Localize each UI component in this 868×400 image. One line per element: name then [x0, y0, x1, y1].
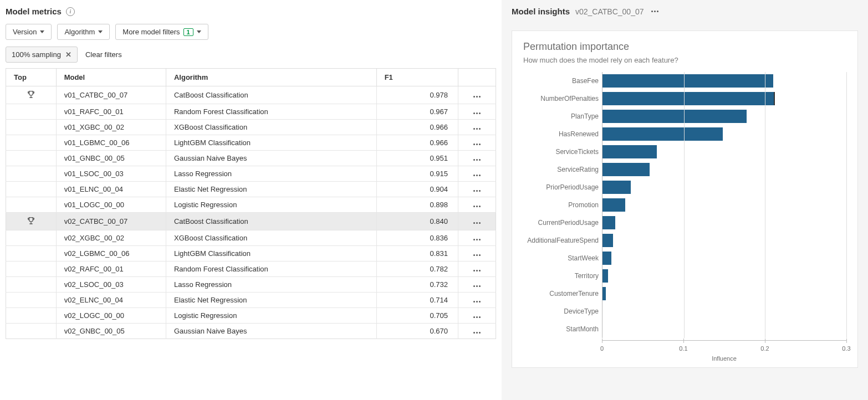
algorithm-cell: Gaussian Naive Bayes: [166, 151, 376, 166]
row-actions-button[interactable]: [473, 301, 481, 302]
row-actions-button[interactable]: [473, 206, 481, 207]
active-filters-row: 100% sampling ✕ Clear filters: [6, 47, 496, 63]
chart-bar-row: [603, 267, 846, 285]
row-actions-button[interactable]: [473, 239, 481, 240]
table-row[interactable]: v01_ELNC_00_04Elastic Net Regression0.90…: [6, 182, 496, 197]
chart-category-label: BaseFee: [523, 72, 602, 90]
chart-category-label: ServiceTickets: [523, 143, 602, 161]
model-name-cell: v02_LGBMC_00_06: [56, 246, 166, 261]
row-actions-button[interactable]: [473, 270, 481, 271]
trophy-cell: [6, 197, 57, 213]
chart-category-label: ServiceRating: [523, 161, 602, 178]
col-header-top[interactable]: Top: [6, 69, 57, 86]
table-row[interactable]: v01_LOGC_00_00Logistic Regression0.898: [6, 197, 496, 213]
table-row[interactable]: v02_RAFC_00_01Random Forest Classificati…: [6, 261, 496, 277]
algorithm-filter-button[interactable]: Algorithm: [57, 24, 110, 40]
model-name-cell: v01_CATBC_00_07: [56, 86, 166, 104]
f1-cell: 0.951: [376, 151, 458, 166]
row-actions-button[interactable]: [473, 222, 481, 224]
table-row[interactable]: v02_LGBMC_00_06LightGBM Classification0.…: [6, 246, 496, 261]
table-row[interactable]: v01_GNBC_00_05Gaussian Naive Bayes0.951: [6, 151, 496, 166]
col-header-model[interactable]: Model: [56, 69, 166, 86]
chart-bar-row: [603, 232, 846, 249]
table-row[interactable]: v02_ELNC_00_04Elastic Net Regression0.71…: [6, 293, 496, 308]
row-actions-button[interactable]: [473, 175, 481, 176]
model-name-cell: v01_LGBMC_00_06: [56, 135, 166, 151]
chart-bar[interactable]: [603, 234, 613, 247]
info-icon[interactable]: i: [66, 7, 75, 16]
table-row[interactable]: v01_XGBC_00_02XGBoost Classification0.96…: [6, 120, 496, 135]
row-actions-button[interactable]: [473, 159, 481, 161]
table-row[interactable]: v02_GNBC_00_05Gaussian Naive Bayes0.670: [6, 324, 496, 339]
f1-cell: 0.705: [376, 308, 458, 324]
row-actions-button[interactable]: [473, 112, 481, 114]
table-row[interactable]: v02_CATBC_00_07CatBoost Classification0.…: [6, 213, 496, 230]
col-header-algorithm[interactable]: Algorithm: [166, 69, 376, 86]
chart-x-axis: Influence 00.10.20.3: [602, 340, 846, 362]
table-row[interactable]: v02_XGBC_00_02XGBoost Classification0.83…: [6, 230, 496, 246]
chart-bar[interactable]: [603, 110, 747, 123]
table-row[interactable]: v01_RAFC_00_01Random Forest Classificati…: [6, 104, 496, 120]
col-header-f1[interactable]: F1: [376, 69, 458, 86]
trophy-cell: [6, 324, 57, 339]
algorithm-cell: CatBoost Classification: [166, 86, 376, 104]
chart-bar-row: [603, 214, 846, 232]
chart-bar[interactable]: [603, 287, 606, 300]
chart-tick-label: 0.3: [842, 345, 850, 352]
table-row[interactable]: v02_LSOC_00_03Lasso Regression0.732: [6, 277, 496, 293]
table-row[interactable]: v02_LOGC_00_00Logistic Regression0.705: [6, 308, 496, 324]
close-icon[interactable]: ✕: [65, 50, 72, 59]
row-actions-button[interactable]: [473, 332, 481, 334]
f1-cell: 0.836: [376, 230, 458, 246]
chip-label: 100% sampling: [12, 50, 61, 59]
trophy-icon: [27, 90, 35, 100]
row-actions-button[interactable]: [473, 285, 481, 287]
row-actions-button[interactable]: [473, 128, 481, 130]
chevron-down-icon: [98, 30, 103, 33]
table-row[interactable]: v01_LSOC_00_03Lasso Regression0.915: [6, 166, 496, 182]
chart-bar[interactable]: [603, 92, 775, 105]
chart-bar[interactable]: [603, 163, 650, 176]
chart-bar[interactable]: [603, 252, 611, 265]
table-row[interactable]: v01_LGBMC_00_06LightGBM Classification0.…: [6, 135, 496, 151]
row-actions-button[interactable]: [473, 96, 481, 98]
chart-bar[interactable]: [603, 198, 625, 212]
row-actions-button[interactable]: [473, 190, 481, 192]
chart-bar-row: [603, 178, 846, 196]
algorithm-cell: Random Forest Classification: [166, 261, 376, 277]
chart-bar-row: [603, 249, 846, 267]
chart-bar[interactable]: [603, 269, 608, 283]
chart-bar[interactable]: [603, 181, 631, 194]
model-name-cell: v01_GNBC_00_05: [56, 151, 166, 166]
f1-cell: 0.714: [376, 293, 458, 308]
insights-more-button[interactable]: [651, 11, 658, 12]
chart-category-label: Territory: [523, 267, 602, 285]
algorithm-cell: Elastic Net Regression: [166, 293, 376, 308]
chart-bar[interactable]: [603, 127, 723, 141]
clear-filters-link[interactable]: Clear filters: [85, 50, 122, 59]
trophy-cell: [6, 308, 57, 324]
metrics-title: Model metrics: [6, 7, 62, 16]
more-filters-button[interactable]: More model filters 1: [115, 24, 208, 40]
row-actions-button[interactable]: [473, 316, 481, 318]
version-filter-label: Version: [13, 28, 37, 36]
row-actions-button[interactable]: [473, 254, 481, 256]
chart-bar-row: [603, 125, 846, 143]
trophy-cell: [6, 293, 57, 308]
chart-bar[interactable]: [603, 216, 615, 229]
version-filter-button[interactable]: Version: [6, 24, 52, 40]
chart-category-label: PriorPeriodUsage: [523, 178, 602, 196]
table-row[interactable]: v01_CATBC_00_07CatBoost Classification0.…: [6, 86, 496, 104]
chart-category-label: CurrentPeriodUsage: [523, 214, 602, 232]
f1-cell: 0.915: [376, 166, 458, 182]
trophy-cell: [6, 104, 57, 120]
active-filter-chip[interactable]: 100% sampling ✕: [6, 47, 78, 63]
trophy-cell: [6, 120, 57, 135]
algorithm-cell: Logistic Regression: [166, 197, 376, 213]
chart-bar[interactable]: [603, 74, 773, 88]
row-actions-button[interactable]: [473, 143, 481, 145]
chart-bar[interactable]: [603, 145, 657, 158]
insights-title: Model insights: [512, 7, 570, 16]
model-name-cell: v02_RAFC_00_01: [56, 261, 166, 277]
more-filters-count: 1: [183, 28, 193, 36]
